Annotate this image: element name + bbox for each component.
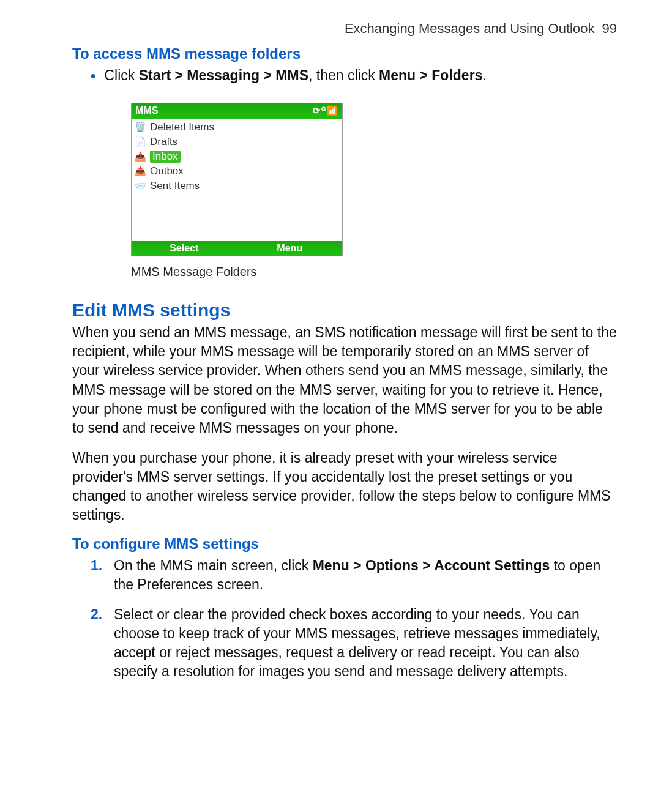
bold-text: Menu > Folders — [379, 67, 482, 83]
phone-titlebar: MMS ⟳ᴳ📶 — [132, 103, 342, 119]
bold-text: Menu > Options > Account Settings — [313, 557, 550, 573]
folder-icon: 🗑️ — [134, 122, 146, 133]
step-number: 2. — [91, 605, 109, 681]
running-header: Exchanging Messages and Using Outlook 99 — [72, 21, 617, 37]
paragraph: When you purchase your phone, it is alre… — [72, 449, 617, 524]
phone-softkeys: Select Menu — [132, 241, 342, 256]
folder-row[interactable]: 📥Inbox — [132, 149, 342, 164]
section-title: Exchanging Messages and Using Outlook — [345, 21, 594, 36]
paragraph: When you send an MMS message, an SMS not… — [72, 323, 617, 437]
ordered-steps: 1.On the MMS main screen, click Menu > O… — [91, 556, 617, 681]
page-number: 99 — [602, 21, 617, 36]
folder-icon: 📨 — [134, 181, 146, 192]
phone-folder-list: 🗑️Deleted Items📄Drafts📥Inbox📤Outbox📨Sent… — [132, 119, 342, 241]
folder-row[interactable]: 🗑️Deleted Items — [132, 120, 342, 135]
bold-text: Start > Messaging > MMS — [139, 67, 308, 83]
text: On the MMS main screen, click — [114, 557, 313, 573]
folder-label: Sent Items — [150, 180, 200, 192]
folder-label: Deleted Items — [150, 121, 214, 133]
folder-row[interactable]: 📨Sent Items — [132, 179, 342, 193]
phone-screen: MMS ⟳ᴳ📶 🗑️Deleted Items📄Drafts📥Inbox📤Out… — [131, 103, 343, 256]
text: . — [482, 67, 486, 83]
folder-label: Drafts — [150, 136, 177, 148]
folder-icon: 📥 — [134, 151, 146, 162]
bullet-icon: • — [91, 66, 95, 86]
folder-label: Outbox — [150, 165, 184, 177]
softkey-left[interactable]: Select — [132, 243, 237, 254]
folder-icon: 📄 — [134, 136, 146, 147]
step-item: 2.Select or clear the provided check box… — [91, 605, 617, 681]
softkey-right[interactable]: Menu — [237, 243, 343, 254]
step-text: On the MMS main screen, click Menu > Opt… — [114, 556, 617, 594]
folder-row[interactable]: 📄Drafts — [132, 135, 342, 149]
bullet-item: • Click Start > Messaging > MMS, then cl… — [91, 66, 617, 86]
folder-label: Inbox — [150, 151, 181, 163]
phone-screenshot: MMS ⟳ᴳ📶 🗑️Deleted Items📄Drafts📥Inbox📤Out… — [131, 103, 342, 256]
figure-caption: MMS Message Folders — [131, 265, 617, 279]
status-icons: ⟳ᴳ📶 — [313, 105, 338, 116]
text: , then click — [308, 67, 379, 83]
phone-app-title: MMS — [135, 105, 158, 116]
subheading-access-folders: To access MMS message folders — [72, 45, 617, 62]
step-number: 1. — [91, 556, 109, 594]
folder-icon: 📤 — [134, 166, 146, 177]
folder-row[interactable]: 📤Outbox — [132, 164, 342, 179]
subheading-configure-mms: To configure MMS settings — [72, 535, 617, 553]
page: Exchanging Messages and Using Outlook 99… — [0, 0, 661, 812]
heading-edit-mms: Edit MMS settings — [72, 300, 617, 321]
text: Select or clear the provided check boxes… — [114, 606, 600, 679]
bullet-text: Click Start > Messaging > MMS, then clic… — [104, 66, 486, 86]
step-text: Select or clear the provided check boxes… — [114, 605, 617, 681]
text: Click — [104, 67, 138, 83]
step-item: 1.On the MMS main screen, click Menu > O… — [91, 556, 617, 594]
